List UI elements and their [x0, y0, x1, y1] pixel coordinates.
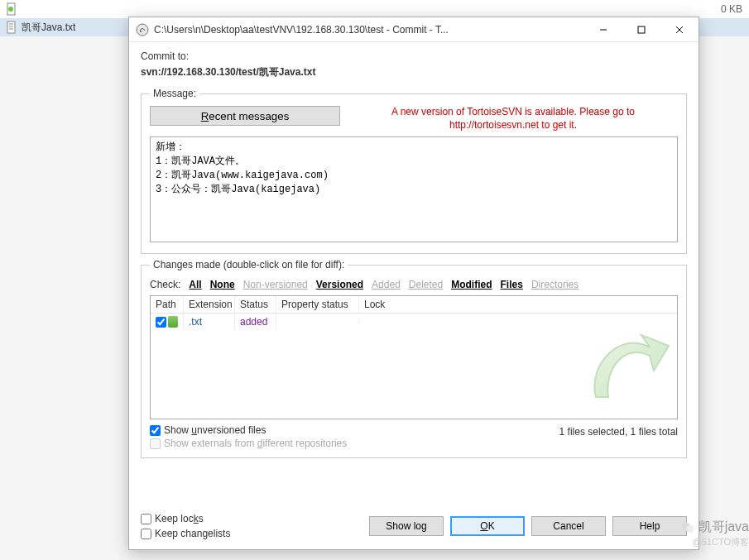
- file-row[interactable]: .txt added: [151, 314, 677, 330]
- file-size: 0 KB: [708, 3, 749, 15]
- check-filter-row: Check: All None Non-versioned Versioned …: [150, 277, 678, 295]
- svg-point-6: [137, 24, 148, 36]
- check-directories-link[interactable]: Directories: [531, 279, 579, 290]
- file-icon: [168, 316, 178, 328]
- show-unversioned-checkbox-row[interactable]: Show unversioned files: [150, 424, 347, 436]
- check-files-link[interactable]: Files: [501, 279, 523, 290]
- col-extension[interactable]: Extension: [184, 296, 235, 313]
- keep-changelists-row[interactable]: Keep changelists: [141, 528, 230, 539]
- recent-messages-button[interactable]: Recent messages: [150, 106, 340, 126]
- file-row-extension: .txt: [184, 314, 235, 330]
- check-all-link[interactable]: All: [189, 279, 201, 290]
- svg-rect-9: [638, 26, 645, 33]
- show-unversioned-checkbox[interactable]: [150, 425, 161, 436]
- file-list[interactable]: Path Extension Status Property status Lo…: [150, 295, 678, 419]
- svg-point-1: [8, 7, 13, 12]
- app-icon: [136, 23, 149, 36]
- recent-messages-label: ecent messages: [209, 110, 289, 122]
- col-path[interactable]: Path: [151, 296, 184, 313]
- commit-dialog: C:\Users\n\Desktop\aa\testVNV\192.168.30…: [128, 17, 699, 550]
- message-legend: Message:: [150, 88, 199, 99]
- ok-button[interactable]: OK: [450, 516, 525, 536]
- commit-url: svn://192.168.30.130/test/凯哥Java.txt: [141, 65, 687, 79]
- svg-rect-2: [7, 22, 15, 33]
- update-notice: A new version of TortoiseSVN is availabl…: [348, 106, 678, 132]
- col-lock[interactable]: Lock: [359, 296, 677, 313]
- dialog-footer: Keep locks Keep changelists Show log OK …: [141, 505, 687, 539]
- close-button[interactable]: [660, 17, 699, 42]
- commit-message-textarea[interactable]: [150, 136, 678, 242]
- explorer-row: 0 KB: [0, 0, 749, 18]
- file-list-header: Path Extension Status Property status Lo…: [151, 296, 677, 314]
- minimize-button[interactable]: [584, 17, 622, 42]
- help-button[interactable]: Help: [612, 516, 687, 536]
- changes-fieldset: Changes made (double-click on file for d…: [141, 259, 687, 458]
- check-added-link[interactable]: Added: [372, 279, 401, 290]
- check-nonversioned-link[interactable]: Non-versioned: [243, 279, 308, 290]
- watermark-text: 凯哥java: [699, 519, 749, 536]
- page-icon: [5, 2, 18, 16]
- file-row-status: added: [235, 314, 276, 330]
- selection-stats: 1 files selected, 1 files total: [559, 424, 678, 438]
- message-fieldset: Message: Recent messages A new version o…: [141, 88, 687, 254]
- txt-file-icon: [5, 21, 18, 34]
- keep-locks-row[interactable]: Keep locks: [141, 513, 230, 524]
- check-none-link[interactable]: None: [210, 279, 235, 290]
- col-property-status[interactable]: Property status: [276, 296, 359, 313]
- window-title: C:\Users\n\Desktop\aa\testVNV\192.168.30…: [154, 24, 584, 36]
- check-versioned-link[interactable]: Versioned: [316, 279, 363, 290]
- maximize-button[interactable]: [622, 17, 660, 42]
- keep-changelists-checkbox[interactable]: [141, 529, 151, 539]
- show-log-button[interactable]: Show log: [369, 516, 444, 536]
- file-row-checkbox[interactable]: [156, 317, 166, 328]
- check-deleted-link[interactable]: Deleted: [409, 279, 443, 290]
- commit-to-label: Commit to:: [141, 50, 687, 62]
- cancel-button[interactable]: Cancel: [531, 516, 606, 536]
- show-externals-checkbox-row: Show externals from different repositori…: [150, 438, 347, 449]
- col-status[interactable]: Status: [235, 296, 276, 313]
- keep-locks-checkbox[interactable]: [141, 514, 151, 524]
- check-modified-link[interactable]: Modified: [451, 279, 492, 290]
- check-label: Check:: [150, 279, 180, 290]
- titlebar: C:\Users\n\Desktop\aa\testVNV\192.168.30…: [129, 17, 699, 42]
- changes-legend: Changes made (double-click on file for d…: [150, 259, 348, 270]
- svg-point-7: [140, 31, 142, 32]
- show-externals-checkbox: [150, 438, 161, 449]
